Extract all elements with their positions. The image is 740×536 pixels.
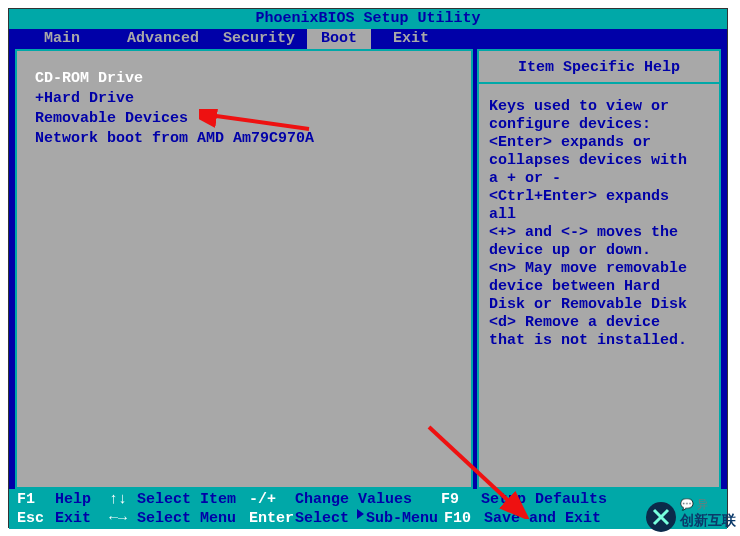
hk-enter-label-a: Select: [295, 509, 355, 528]
help-body: Keys used to view or configure devices: …: [479, 84, 719, 364]
hk-f9-label: Setup Defaults: [481, 490, 607, 509]
help-title: Item Specific Help: [479, 51, 719, 84]
boot-order-panel: CD-ROM Drive +Hard Drive Removable Devic…: [15, 49, 473, 489]
hk-f1: F1: [17, 490, 55, 509]
boot-item-cdrom[interactable]: CD-ROM Drive: [29, 69, 459, 89]
tab-boot[interactable]: Boot: [307, 29, 371, 49]
tab-advanced[interactable]: Advanced: [115, 29, 211, 49]
hk-leftright-label: Select Menu: [137, 509, 249, 528]
hk-enter-label-b: Sub-Menu: [366, 509, 444, 528]
content-area: CD-ROM Drive +Hard Drive Removable Devic…: [9, 49, 727, 489]
title-text: PhoenixBIOS Setup Utility: [255, 10, 480, 27]
title-bar: PhoenixBIOS Setup Utility: [9, 9, 727, 29]
watermark-text: 创新互联: [680, 512, 736, 530]
watermark-logo-icon: [644, 500, 678, 534]
hk-f10: F10: [444, 509, 484, 528]
boot-item-network[interactable]: Network boot from AMD Am79C970A: [29, 129, 459, 149]
hk-f1-label: Help: [55, 490, 109, 509]
tab-exit[interactable]: Exit: [371, 29, 451, 49]
hk-updown-label: Select Item: [137, 490, 249, 509]
tab-main[interactable]: Main: [9, 29, 115, 49]
menu-bar: Main Advanced Security Boot Exit: [9, 29, 727, 49]
boot-list[interactable]: CD-ROM Drive +Hard Drive Removable Devic…: [29, 69, 459, 149]
tab-security[interactable]: Security: [211, 29, 307, 49]
hk-updown: ↑↓: [109, 490, 137, 509]
hk-plusminus: -/+: [249, 490, 295, 509]
hk-plusminus-label: Change Values: [295, 490, 441, 509]
hk-esc: Esc: [17, 509, 55, 528]
hk-f10-label: Save and Exit: [484, 509, 601, 528]
hk-enter: Enter: [249, 509, 295, 528]
boot-item-hard-drive[interactable]: +Hard Drive: [29, 89, 459, 109]
function-key-bar: F1 Help ↑↓ Select Item -/+ Change Values…: [9, 489, 727, 529]
watermark: 💬 异 创新互联: [644, 500, 736, 534]
hk-esc-label: Exit: [55, 509, 109, 528]
hk-leftright: ←→: [109, 509, 137, 528]
hk-f9: F9: [441, 490, 481, 509]
submenu-arrow-icon: [357, 509, 364, 519]
boot-item-removable[interactable]: Removable Devices: [29, 109, 459, 129]
help-panel: Item Specific Help Keys used to view or …: [477, 49, 721, 489]
bios-window: PhoenixBIOS Setup Utility Main Advanced …: [8, 8, 728, 528]
